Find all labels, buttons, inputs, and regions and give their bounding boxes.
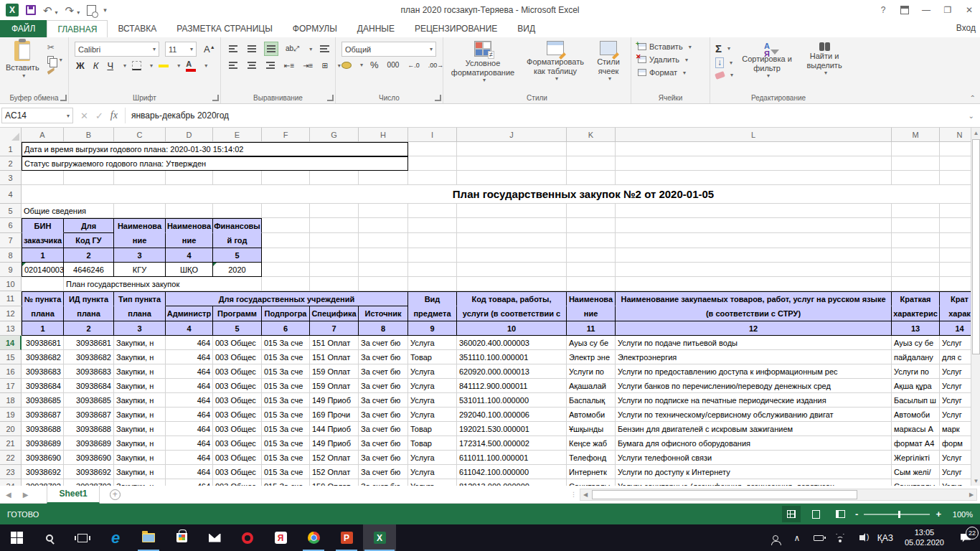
cell[interactable]: 6 — [262, 321, 310, 336]
cell[interactable]: 464 — [166, 408, 213, 422]
cell[interactable]: 30938684 — [64, 379, 114, 393]
battery-status[interactable] — [809, 535, 829, 541]
cell[interactable]: 30938681 — [64, 336, 114, 350]
cell[interactable]: Бензин для двигателей с искровым зажиган… — [616, 422, 892, 436]
cell[interactable]: Наименова — [114, 218, 166, 233]
font-size-select[interactable]: 11▾ — [165, 42, 197, 57]
cancel-icon[interactable]: ✕ — [80, 110, 88, 121]
expand-formula-bar-icon[interactable]: ⌄ — [969, 112, 979, 120]
cell[interactable]: 464 — [166, 465, 213, 479]
cell[interactable]: 003 Общес — [213, 465, 262, 479]
cell[interactable]: Баспалық — [567, 393, 616, 408]
cell[interactable]: 149 Приоб — [310, 436, 359, 451]
cell[interactable] — [64, 171, 114, 185]
cell[interactable]: 3 — [114, 248, 166, 263]
cell[interactable]: 1 — [22, 248, 64, 263]
row-header[interactable]: 15 — [0, 350, 22, 364]
cell[interactable]: Ұшқынды — [567, 422, 616, 436]
align-middle-button[interactable] — [245, 42, 258, 55]
orientation-icon[interactable]: ab⤢ — [284, 44, 301, 53]
cell[interactable]: 30938684 — [22, 379, 64, 393]
print-preview-icon[interactable] — [87, 5, 96, 16]
cell[interactable]: Автомоби — [892, 408, 940, 422]
close-button[interactable]: ✕ — [958, 0, 980, 20]
cell[interactable]: 015 За сче — [262, 393, 310, 408]
column-header-D[interactable]: D — [166, 128, 213, 142]
sort-filter-button[interactable]: АЯ Сортировка и фильтр▾ — [738, 41, 796, 90]
redo-icon[interactable]: ↷▾ — [65, 5, 80, 16]
cell[interactable]: Сым желі/ — [892, 465, 940, 479]
row-header[interactable]: 3 — [0, 171, 22, 185]
cell[interactable]: Услуга — [408, 379, 457, 393]
font-color-button[interactable]: А — [186, 60, 196, 72]
column-header-H[interactable]: H — [359, 128, 408, 142]
cell[interactable]: За счет бю — [359, 379, 408, 393]
cell[interactable]: плана — [22, 306, 64, 321]
edge-button[interactable]: e — [99, 524, 132, 551]
help-icon[interactable]: ? — [872, 0, 894, 20]
number-dialog-launcher-icon[interactable] — [435, 95, 441, 101]
cell[interactable] — [310, 277, 359, 291]
cell[interactable]: 015 За сче — [262, 451, 310, 465]
cell[interactable] — [457, 248, 567, 263]
cell[interactable]: 151 Оплат — [310, 350, 359, 364]
paste-button[interactable]: Вставить▾ — [1, 39, 44, 92]
cell[interactable]: маркасы А — [892, 422, 940, 436]
find-select-button[interactable]: Найти и выделить▾ — [798, 41, 850, 90]
cell[interactable]: Закупки, н — [114, 479, 166, 486]
cell[interactable]: Электроэнергия — [616, 350, 892, 364]
delete-cells-button[interactable]: ✕Удалить▾ — [636, 55, 694, 65]
copy-button[interactable]: ▾ — [45, 55, 65, 65]
row-header[interactable]: 10 — [0, 277, 22, 291]
cell[interactable]: Закупки, н — [114, 379, 166, 393]
cell[interactable] — [310, 204, 359, 218]
merge-center-icon[interactable]: ⊞ — [320, 62, 329, 70]
cell[interactable]: 8 — [359, 321, 408, 336]
cell[interactable]: 30938687 — [64, 408, 114, 422]
cell[interactable] — [892, 142, 940, 156]
cell[interactable]: Общие сведения — [22, 204, 114, 218]
underline-button[interactable]: Ч — [105, 60, 115, 71]
cell[interactable]: 464 — [166, 451, 213, 465]
column-header-K[interactable]: K — [567, 128, 616, 142]
cell[interactable] — [567, 156, 616, 171]
font-dialog-launcher-icon[interactable] — [212, 95, 219, 101]
cell[interactable]: Подпрогра — [262, 306, 310, 321]
cell[interactable]: Автомоби — [567, 408, 616, 422]
cell[interactable]: 464 — [166, 479, 213, 486]
row-header[interactable]: 16 — [0, 364, 22, 379]
column-header-M[interactable]: M — [892, 128, 940, 142]
conditional-formatting-button[interactable]: ≠ Условное форматирование▾ — [445, 39, 521, 92]
cell[interactable]: Товар — [408, 422, 457, 436]
minimize-button[interactable]: — — [915, 0, 937, 20]
cell[interactable]: 003 Общес — [213, 451, 262, 465]
cell[interactable]: Тип пункта — [114, 291, 166, 306]
cell[interactable]: 13 — [892, 321, 940, 336]
cell[interactable]: формат А4 — [892, 436, 940, 451]
cell[interactable]: Закупки, н — [114, 408, 166, 422]
row-header[interactable]: 4 — [0, 185, 22, 204]
cell[interactable] — [408, 277, 457, 291]
cell[interactable] — [262, 218, 310, 233]
cell[interactable]: Услуги по предоставлению доступа к инфор… — [616, 364, 892, 379]
cell[interactable] — [408, 218, 457, 233]
cell[interactable]: № пункта — [22, 291, 64, 306]
cell[interactable] — [213, 204, 262, 218]
plan-title-cell[interactable]: План государственных закупок №2 от 2020-… — [22, 185, 980, 204]
cell[interactable]: За счет бю — [359, 408, 408, 422]
bold-button[interactable]: Ж — [75, 60, 86, 71]
cell[interactable]: Наименование закупаемых товаров, работ, … — [616, 291, 892, 306]
cell[interactable] — [166, 171, 213, 185]
row-header[interactable]: 22 — [0, 451, 22, 465]
column-header-E[interactable]: E — [213, 128, 262, 142]
increase-decimal-icon[interactable]: ←.0 — [406, 62, 421, 69]
cell[interactable]: 015 За сче — [262, 436, 310, 451]
column-header-F[interactable]: F — [262, 128, 310, 142]
cell[interactable] — [114, 171, 166, 185]
cell[interactable] — [567, 218, 616, 233]
cell[interactable]: 003 Общес — [213, 364, 262, 379]
cell[interactable] — [22, 277, 64, 291]
cell[interactable]: 611042.100.000000 — [457, 465, 567, 479]
cell[interactable]: плана — [64, 306, 114, 321]
cell[interactable]: 841112.900.000011 — [457, 379, 567, 393]
